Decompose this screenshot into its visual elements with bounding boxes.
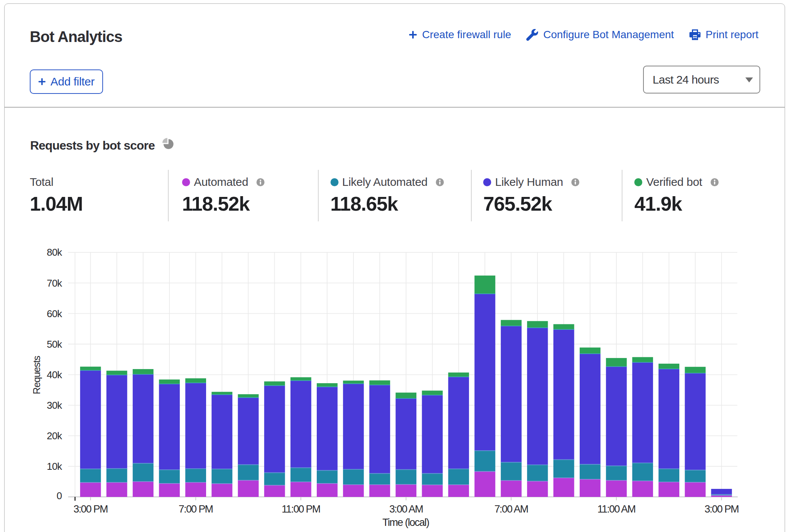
svg-text:3:00 PM: 3:00 PM bbox=[705, 503, 738, 515]
svg-text:7:00 AM: 7:00 AM bbox=[494, 503, 528, 515]
svg-text:3:00 PM: 3:00 PM bbox=[74, 503, 108, 515]
svg-text:60k: 60k bbox=[47, 308, 62, 319]
svg-text:3:00 AM: 3:00 AM bbox=[389, 503, 423, 515]
svg-text:Time (local): Time (local) bbox=[382, 517, 429, 528]
svg-text:0: 0 bbox=[56, 490, 62, 501]
svg-text:11:00 AM: 11:00 AM bbox=[597, 503, 635, 515]
svg-text:80k: 80k bbox=[47, 247, 62, 258]
svg-text:40k: 40k bbox=[47, 369, 62, 380]
svg-text:10k: 10k bbox=[47, 461, 62, 472]
svg-text:30k: 30k bbox=[47, 400, 62, 411]
svg-text:70k: 70k bbox=[47, 277, 62, 289]
svg-text:Requests: Requests bbox=[31, 356, 42, 394]
svg-text:50k: 50k bbox=[47, 339, 62, 350]
svg-text:7:00 PM: 7:00 PM bbox=[179, 503, 213, 515]
svg-text:11:00 PM: 11:00 PM bbox=[282, 503, 320, 515]
svg-text:20k: 20k bbox=[47, 430, 62, 442]
